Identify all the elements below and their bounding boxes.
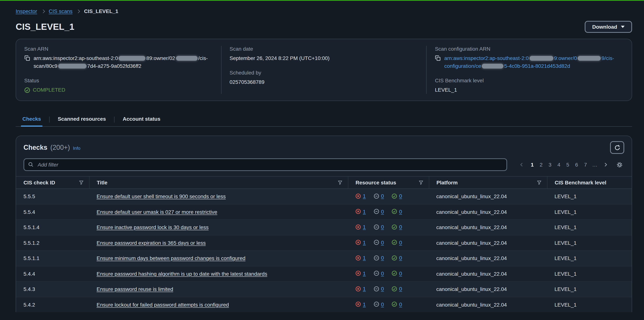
- pagination-ellipsis: …: [590, 160, 600, 169]
- cis-check-id-cell: 5.5.5: [16, 189, 89, 204]
- skipped-status-icon: [374, 301, 379, 307]
- filter-funnel-icon[interactable]: [536, 180, 542, 185]
- platform-cell: canonical_ubuntu_linux_22.04: [429, 204, 547, 220]
- failed-count-link[interactable]: 1: [363, 270, 366, 276]
- cis-check-id: 5.4.4: [24, 271, 35, 277]
- arn-segment: arn:aws:inspector2:ap-southeast-2:0: [444, 55, 529, 61]
- cis-check-id: 5.5.5: [24, 194, 35, 200]
- filter-funnel-icon[interactable]: [418, 180, 424, 185]
- check-title-link[interactable]: Ensure password reuse is limited: [96, 286, 173, 292]
- previous-page-button[interactable]: [517, 160, 527, 170]
- page-title: CIS_LEVEL_1: [16, 21, 74, 32]
- column-header-cis-check-id: CIS check ID: [16, 176, 89, 189]
- column-label: Platform: [436, 180, 458, 186]
- skipped-count-link[interactable]: 0: [381, 193, 384, 199]
- title-cell: Ensure default user shell timeout is 900…: [89, 189, 348, 204]
- copy-icon[interactable]: [435, 55, 441, 61]
- download-button[interactable]: Download: [585, 21, 632, 33]
- skipped-count-link[interactable]: 0: [381, 270, 384, 276]
- redacted-segment: [119, 56, 146, 61]
- failed-count-link[interactable]: 1: [363, 224, 366, 230]
- benchmark-level: LEVEL_1: [554, 302, 576, 308]
- check-title-link[interactable]: Ensure password hashing algorithm is up …: [96, 271, 267, 277]
- table-row: 5.5.4 Ensure default user umask is 027 o…: [16, 204, 632, 220]
- skipped-count-link[interactable]: 0: [381, 208, 384, 214]
- failed-count-link[interactable]: 1: [363, 208, 366, 214]
- skipped-count-link[interactable]: 0: [381, 224, 384, 230]
- platform-cell: canonical_ubuntu_linux_22.04: [429, 297, 547, 312]
- scan-configuration-arn-link[interactable]: arn:aws:inspector2:ap-southeast-2:09:own…: [444, 54, 620, 70]
- pagination-page-1[interactable]: 1: [528, 160, 537, 169]
- check-title-link[interactable]: Ensure password expiration is 365 days o…: [96, 240, 206, 246]
- cis-check-id-cell: 5.5.1.2: [16, 235, 89, 251]
- failed-count-link[interactable]: 1: [363, 255, 366, 261]
- check-title-link[interactable]: Ensure default user shell timeout is 900…: [96, 194, 226, 200]
- passed-count-link[interactable]: 0: [399, 224, 402, 230]
- benchmark-level-cell: LEVEL_1: [547, 220, 632, 235]
- breadcrumb-link-cis-scans[interactable]: CIS scans: [49, 8, 72, 14]
- failed-count-link[interactable]: 1: [363, 301, 366, 307]
- passed-count-link[interactable]: 0: [399, 208, 402, 214]
- checks-panel: Checks (200+) Info 1234567…: [16, 136, 632, 312]
- passed-count-link[interactable]: 0: [399, 193, 402, 199]
- tab-scanned-resources[interactable]: Scanned resources: [57, 114, 107, 126]
- pagination-page-3[interactable]: 3: [546, 160, 554, 169]
- pagination-page-6[interactable]: 6: [572, 160, 581, 169]
- pagination-page-4[interactable]: 4: [554, 160, 564, 169]
- tab-checks[interactable]: Checks: [22, 114, 42, 126]
- title-cell: Ensure default user umask is 027 or more…: [89, 204, 348, 220]
- check-title-link[interactable]: Ensure minimum days between password cha…: [96, 255, 245, 261]
- pagination-page-7[interactable]: 7: [581, 160, 590, 169]
- arn-segment: 5-4c0b-951a-8021d453d82d: [504, 63, 570, 69]
- passed-count-link[interactable]: 0: [399, 270, 402, 276]
- skipped-count-link[interactable]: 0: [381, 255, 384, 261]
- cis-check-id: 5.4.2: [24, 302, 35, 308]
- refresh-button[interactable]: [610, 141, 624, 154]
- passed-count-link[interactable]: 0: [399, 301, 402, 307]
- filter-funnel-icon[interactable]: [337, 180, 342, 185]
- skipped-count-link[interactable]: 0: [381, 239, 384, 245]
- tab-label: Scanned resources: [58, 116, 106, 122]
- passed-count-link[interactable]: 0: [399, 286, 402, 292]
- skipped-count-link[interactable]: 0: [381, 301, 384, 307]
- check-title-link[interactable]: Ensure default user umask is 027 or more…: [96, 209, 217, 215]
- pagination-page-5[interactable]: 5: [563, 160, 572, 169]
- skipped-status-icon: [374, 193, 379, 199]
- failed-count-link[interactable]: 1: [363, 286, 366, 292]
- status-value: COMPLETED: [33, 86, 65, 94]
- skipped-status-icon: [374, 224, 379, 230]
- column-label: Resource status: [356, 180, 396, 186]
- overview-column-date: Scan date September 26, 2024 8:22 PM (UT…: [221, 46, 426, 94]
- scan-date-label: Scan date: [230, 46, 417, 52]
- filter-funnel-icon[interactable]: [78, 180, 84, 185]
- check-title-link[interactable]: Ensure inactive password lock is 30 days…: [96, 224, 209, 230]
- passed-status-icon: [392, 209, 397, 214]
- next-page-button[interactable]: [601, 160, 610, 170]
- tab-account-status[interactable]: Account status: [122, 114, 161, 126]
- passed-status-icon: [392, 240, 397, 245]
- caret-down-icon: [621, 26, 624, 28]
- title-cell: Ensure lockout for failed password attem…: [89, 297, 348, 312]
- pagination-page-2[interactable]: 2: [536, 160, 546, 169]
- pagination-pages: 1234567…: [528, 160, 600, 169]
- failed-count-link[interactable]: 1: [363, 193, 366, 199]
- failed-count-link[interactable]: 1: [363, 239, 366, 245]
- platform-value: canonical_ubuntu_linux_22.04: [436, 194, 507, 200]
- breadcrumb-link-inspector[interactable]: Inspector: [16, 8, 37, 14]
- redacted-segment: [530, 56, 554, 61]
- passed-count-link[interactable]: 0: [399, 255, 402, 261]
- passed-count-link[interactable]: 0: [399, 239, 402, 245]
- arn-segment: 9:owner/0: [554, 55, 577, 61]
- filter-input[interactable]: [24, 158, 507, 171]
- check-title-link[interactable]: Ensure lockout for failed password attem…: [96, 302, 229, 308]
- arn-segment: 89:owner/02: [146, 55, 175, 61]
- benchmark-level-label: CIS Benchmark level: [435, 77, 623, 83]
- success-status-icon: [24, 87, 30, 93]
- settings-button[interactable]: [615, 160, 624, 169]
- benchmark-level-cell: LEVEL_1: [547, 204, 632, 220]
- breadcrumb-current: CIS_LEVEL_1: [84, 8, 118, 14]
- skipped-count-link[interactable]: 0: [381, 286, 384, 292]
- copy-icon[interactable]: [24, 55, 30, 61]
- benchmark-level: LEVEL_1: [554, 224, 576, 230]
- info-link[interactable]: Info: [73, 145, 80, 151]
